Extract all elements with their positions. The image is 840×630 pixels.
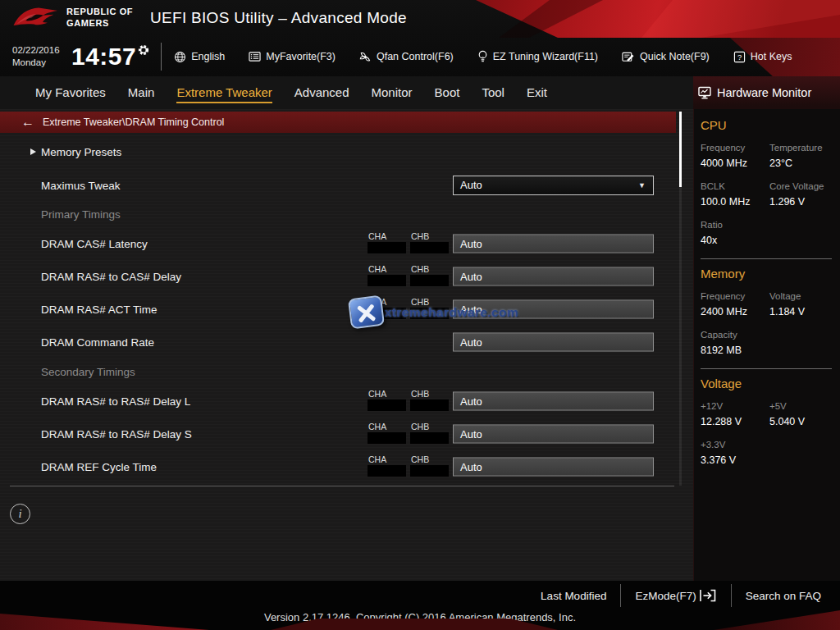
setting-row-maximus-tweak[interactable]: Maximus TweakAuto▼ [0, 170, 676, 201]
search-on-faq-button[interactable]: Search on FAQ [732, 590, 835, 602]
tab-tool[interactable]: Tool [482, 82, 504, 103]
channel-chb: CHB [410, 231, 449, 253]
setting-value: Auto [460, 428, 482, 441]
menu-hot-keys[interactable]: ? Hot Keys [733, 51, 792, 63]
hw-stat-value: 5.040 V [769, 416, 838, 427]
brand-line1: REPUBLIC OF [66, 7, 133, 18]
channel-label: CHB [411, 422, 449, 431]
channel-cha: CHA [368, 231, 406, 253]
channel-indicators: CHACHB [368, 389, 449, 411]
menu-language[interactable]: English [174, 51, 225, 63]
top-menu: English MyFavorite(F3) [174, 50, 792, 63]
uefi-bios-screen: REPUBLIC OF GAMERS UEFI BIOS Utility – A… [0, 0, 840, 630]
channel-label: CHA [368, 422, 406, 431]
scrollbar-thumb[interactable] [679, 112, 682, 187]
hw-stat-value: 1.184 V [769, 306, 838, 317]
channel-value-box [410, 275, 449, 286]
setting-label: DRAM RAS# ACT Time [41, 304, 158, 316]
hw-stat-temperature: Temperature23°C [769, 143, 838, 169]
channel-value-box [368, 242, 406, 253]
input-dram-cas-latency[interactable]: Auto [453, 235, 654, 253]
hw-stat-row: Capacity8192 MB [701, 330, 840, 356]
channel-value-box [410, 465, 449, 477]
channel-indicators: CHACHB [368, 454, 449, 477]
hw-stat-value: 40x [701, 235, 769, 246]
setting-row-dram-cas-latency[interactable]: DRAM CAS# LatencyCHACHBAuto [0, 227, 676, 260]
setting-row-dram-command-rate[interactable]: DRAM Command RateAuto [0, 326, 676, 358]
tab-extreme-tweaker[interactable]: Extreme Tweaker [176, 82, 272, 103]
setting-row-dram-ras-to-ras-delay-s[interactable]: DRAM RAS# to RAS# Delay SCHACHBAuto [0, 418, 676, 450]
channel-indicators: CHACHB [368, 264, 449, 286]
ezmode-exit-icon [699, 589, 717, 602]
tab-exit[interactable]: Exit [527, 82, 547, 103]
menu-qfan-control[interactable]: Qfan Control(F6) [359, 51, 454, 63]
hw-stat-value: 8192 MB [701, 345, 769, 356]
setting-label: Memory Presets [41, 145, 121, 158]
header: REPUBLIC OF GAMERS UEFI BIOS Utility – A… [0, 0, 840, 76]
hw-stat-row: BCLK100.0 MHzCore Voltage1.296 V [701, 181, 840, 208]
hw-stat-voltage: Voltage1.184 V [769, 291, 838, 317]
ezmode-button[interactable]: EzMode(F7) [621, 589, 730, 602]
tab-boot[interactable]: Boot [435, 82, 460, 103]
setting-value: Auto [460, 395, 482, 408]
hw-stat-value: 4000 MHz [701, 158, 769, 169]
hw-stat-label: Frequency [701, 291, 769, 301]
tab-my-favorites[interactable]: My Favorites [35, 82, 106, 103]
hw-stat-row: +12V12.288 V+5V5.040 V [701, 401, 840, 427]
menu-label: Hot Keys [751, 51, 792, 62]
setting-row-dram-ref-cycle-time[interactable]: DRAM REF Cycle TimeCHACHBAuto [0, 450, 676, 483]
last-modified-button[interactable]: Last Modified [527, 590, 620, 602]
tab-main[interactable]: Main [128, 82, 155, 103]
channel-chb: CHB [410, 389, 449, 411]
input-dram-command-rate[interactable]: Auto [453, 333, 654, 352]
setting-label: Maximus Tweak [41, 180, 121, 192]
tab-advanced[interactable]: Advanced [294, 82, 349, 103]
hardware-monitor-header: Hardware Monitor [693, 76, 840, 109]
dropdown-maximus-tweak[interactable]: Auto▼ [453, 176, 654, 195]
setting-row-dram-ras-to-ras-delay-l[interactable]: DRAM RAS# to RAS# Delay LCHACHBAuto [0, 385, 676, 418]
menu-ez-tuning-wizard[interactable]: EZ Tuning Wizard(F11) [477, 50, 598, 63]
setting-row-dram-ras-act-time[interactable]: DRAM RAS# ACT TimeCHACHBAuto [0, 293, 676, 326]
divider [701, 258, 832, 259]
settings-panel: ← Extreme Tweaker\DRAM Timing Control Me… [0, 109, 693, 581]
channel-chb: CHB [410, 454, 449, 477]
channel-cha: CHA [368, 454, 406, 477]
menu-quick-note[interactable]: Quick Note(F9) [622, 51, 710, 63]
gear-icon[interactable] [138, 44, 149, 56]
setting-row-memory-presets[interactable]: Memory Presets [0, 133, 676, 170]
menu-label: Qfan Control(F6) [377, 51, 454, 62]
ezmode-label: EzMode(F7) [635, 590, 696, 602]
channel-value-box [410, 399, 449, 411]
input-dram-ras-to-ras-delay-l[interactable]: Auto [453, 392, 654, 411]
setting-label: DRAM RAS# to CAS# Delay [41, 271, 181, 283]
hw-stat-row: Frequency2400 MHzVoltage1.184 V [701, 291, 840, 317]
footer-links: Last Modified EzMode(F7) Search on FAQ [527, 582, 835, 609]
hw-stat-12v: +12V12.288 V [701, 401, 769, 427]
tab-monitor[interactable]: Monitor [372, 82, 413, 103]
hw-section-title-cpu: CPU [701, 118, 840, 132]
hw-section-title-memory: Memory [701, 267, 840, 281]
hot-keys-icon: ? [733, 51, 746, 63]
hw-stat-value: 2400 MHz [701, 306, 769, 317]
channel-label: CHB [411, 231, 449, 241]
watermark-x-icon [348, 295, 385, 330]
divider [161, 43, 162, 71]
hw-stat-label: BCLK [701, 181, 769, 191]
hw-stat-value: 23°C [769, 158, 838, 169]
hw-stat-label: Voltage [769, 291, 838, 301]
setting-label: DRAM REF Cycle Time [41, 461, 157, 473]
setting-row-dram-ras-to-cas-delay[interactable]: DRAM RAS# to CAS# DelayCHACHBAuto [0, 260, 676, 293]
monitor-icon [698, 86, 712, 100]
hw-stat-label: Ratio [701, 220, 769, 230]
rog-logo-icon [11, 2, 59, 34]
myfavorite-icon [249, 51, 261, 62]
channel-value-box [410, 432, 449, 444]
menu-myfavorite[interactable]: MyFavorite(F3) [249, 51, 336, 62]
back-arrow-icon[interactable]: ← [21, 115, 34, 130]
breadcrumb[interactable]: ← Extreme Tweaker\DRAM Timing Control [0, 112, 676, 133]
input-dram-ref-cycle-time[interactable]: Auto [453, 458, 654, 477]
input-dram-ras-to-cas-delay[interactable]: Auto [453, 267, 654, 286]
hw-stat-value: 12.288 V [701, 416, 769, 427]
hw-stat-label: +3.3V [701, 440, 769, 450]
input-dram-ras-to-ras-delay-s[interactable]: Auto [453, 425, 654, 444]
